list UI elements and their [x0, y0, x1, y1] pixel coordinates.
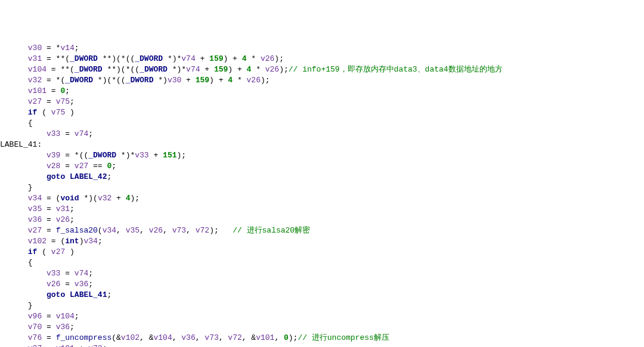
code-token: if	[28, 247, 38, 256]
code-token: +	[181, 76, 195, 85]
code-token: ) +	[228, 65, 246, 74]
code-token: v33	[47, 269, 60, 278]
code-token: v26	[149, 226, 163, 235]
code-token: v33	[47, 129, 60, 138]
code-token: v27	[28, 226, 42, 235]
code-token: v31	[28, 54, 42, 63]
code-token: }	[28, 301, 33, 310]
code-token: );	[131, 194, 140, 203]
code-token: v75	[56, 97, 70, 106]
code-token: = **(	[47, 65, 75, 74]
code-token: = (	[42, 194, 60, 203]
code-token: ;	[70, 97, 75, 106]
code-token: v73	[172, 226, 186, 235]
code-token: (	[98, 226, 103, 235]
code-token: *)	[153, 76, 167, 85]
code-token: v36	[181, 333, 195, 342]
code-token: ==	[88, 162, 107, 171]
code-token: ;	[107, 290, 112, 299]
code-token: _DWORD	[65, 76, 93, 85]
code-token: );	[279, 65, 289, 74]
code-token: );	[274, 54, 284, 63]
code-token: *	[251, 65, 265, 74]
code-token: void	[60, 194, 79, 203]
code-token: v72	[228, 333, 242, 342]
code-token: =	[42, 333, 55, 342]
code-token: **)(*((	[103, 65, 140, 74]
code-block: v30 = *v14; v31 = **(_DWORD **)(*((_DWOR…	[0, 43, 644, 347]
code-token: 159	[196, 76, 209, 85]
code-token: v101	[56, 344, 75, 347]
code-token: v32	[98, 194, 112, 203]
code-token: v36	[75, 280, 88, 289]
code-token: , &	[242, 333, 256, 342]
code-token: =	[60, 129, 74, 138]
code-token: +	[112, 194, 125, 203]
code-token: 4	[242, 54, 247, 63]
code-token: *	[247, 54, 261, 63]
code-token: *)*	[163, 54, 181, 63]
code-token: ;	[88, 129, 93, 138]
code-token: _DWORD	[135, 54, 163, 63]
code-token: =	[42, 323, 55, 331]
code-token: v102	[121, 333, 140, 342]
code-token: v36	[56, 323, 70, 331]
code-token: ;	[75, 44, 79, 52]
code-token: +	[196, 54, 209, 63]
code-token: v74	[186, 65, 200, 74]
code-token: ;	[98, 237, 103, 246]
code-token: =	[42, 97, 55, 106]
code-token: )	[65, 247, 75, 256]
code-token: v30	[28, 44, 42, 52]
code-token: v14	[60, 44, 74, 52]
code-token: v73	[205, 333, 218, 342]
code-token: v96	[28, 312, 42, 321]
code-token: }	[28, 183, 33, 192]
code-token: v70	[28, 323, 42, 331]
code-token: _DWORD	[70, 54, 98, 63]
code-token: );	[209, 226, 233, 235]
code-token: **)(*((	[98, 54, 135, 63]
code-token: // info+159，即存放内存中data3、data4数据地址的地方	[289, 65, 503, 74]
code-token: v37	[28, 344, 42, 347]
code-token: _DWORD	[88, 151, 116, 160]
code-token: v26	[261, 54, 274, 63]
code-token: v26	[247, 76, 261, 85]
code-token: ;	[70, 205, 75, 213]
code-token: v74	[181, 54, 195, 63]
code-token: ;	[65, 86, 70, 95]
code-token: v27	[28, 97, 42, 106]
code-token: =	[60, 280, 74, 289]
code-token: v104	[28, 65, 47, 74]
code-token: 4	[228, 76, 233, 85]
code-token: v74	[75, 129, 88, 138]
code-token	[65, 172, 70, 181]
code-token: ,	[186, 226, 196, 235]
code-token: _DWORD	[75, 65, 103, 74]
code-token: *)*	[168, 65, 186, 74]
code-token: ;	[75, 312, 79, 321]
code-token: ;	[112, 162, 116, 171]
code-token: =	[60, 162, 74, 171]
code-token: v34	[28, 194, 42, 203]
code-token: v30	[168, 76, 181, 85]
code-token: {	[28, 258, 33, 267]
code-token: v101	[28, 86, 47, 95]
code-token: (	[37, 247, 51, 256]
code-token: ;	[70, 323, 75, 331]
code-token: 159	[209, 54, 223, 63]
code-token: {	[28, 119, 33, 128]
code-token: if	[28, 108, 38, 117]
code-token: v101	[256, 333, 274, 342]
code-token: (	[37, 108, 51, 117]
code-token: v36	[28, 215, 42, 224]
code-token: v34	[83, 237, 97, 246]
code-token: ,	[196, 333, 205, 342]
code-token: +	[75, 344, 88, 347]
code-token	[65, 290, 70, 299]
code-token: v27	[75, 162, 88, 171]
code-token: *	[233, 76, 246, 85]
code-token: v76	[28, 333, 42, 342]
code-token: int	[65, 237, 79, 246]
code-token: *)*	[116, 151, 135, 160]
